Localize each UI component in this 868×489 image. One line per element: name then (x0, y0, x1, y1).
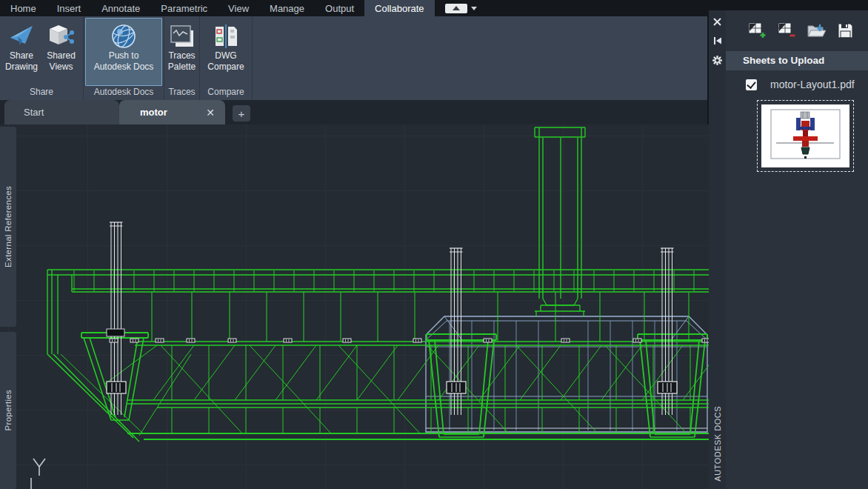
ribbon-group-label: Compare (200, 86, 252, 100)
tab-label: External References (4, 186, 13, 267)
traces-palette-button[interactable]: Traces Palette (166, 18, 198, 86)
ribbon-group-autodesk-docs: Push to Autodesk Docs Autodesk Docs (84, 16, 164, 100)
autocad-window: Home Insert Annotate Parametric View Man… (0, 0, 868, 489)
button-label: Traces Palette (168, 50, 196, 73)
ribbon-group-label: Traces (164, 86, 199, 100)
docs-panel-vertical-title: AUTODESK DOCS (713, 406, 722, 482)
properties-icon[interactable] (712, 55, 723, 65)
dwg-compare-button[interactable]: DWG Compare (203, 18, 249, 86)
tab-label: motor (140, 107, 167, 118)
paper-plane-icon (9, 22, 34, 50)
ribbon-tab-annotate[interactable]: Annotate (91, 0, 150, 16)
sheets-to-upload-header: Sheets to Upload (726, 51, 868, 70)
sheet-thumbnail[interactable] (757, 100, 854, 172)
close-icon[interactable]: ✕ (206, 107, 215, 119)
properties-palette-tab[interactable]: Properties (0, 332, 16, 489)
docs-panel-titlebar: AUTODESK DOCS (709, 10, 726, 489)
new-tab-button[interactable]: + (233, 105, 250, 122)
panel-toolbar (726, 10, 868, 50)
traces-palette-icon (170, 22, 195, 50)
button-label: Share Drawing (5, 50, 38, 73)
tab-label: Properties (4, 390, 13, 430)
button-label: Shared Views (47, 50, 76, 73)
button-label: Push to Autodesk Docs (94, 50, 154, 73)
file-tab-start[interactable]: Start (4, 100, 119, 124)
share-drawing-button[interactable]: Share Drawing (1, 18, 41, 86)
external-references-palette-tab[interactable]: External References (0, 127, 16, 327)
save-icon[interactable] (837, 22, 854, 42)
ribbon-group-traces: Traces Palette Traces (164, 16, 200, 100)
ribbon-tab-insert[interactable]: Insert (47, 0, 92, 16)
shared-views-button[interactable]: Shared Views (41, 18, 81, 86)
ribbon-minimize-button[interactable] (445, 4, 467, 13)
sheet-row: motor-Layout1.pdf (726, 70, 868, 90)
cube-share-icon (48, 22, 75, 50)
ribbon-tab-collaborate[interactable]: Collaborate (364, 0, 435, 16)
add-sheets-icon[interactable] (748, 22, 767, 42)
ribbon-tab-parametric[interactable]: Parametric (150, 0, 218, 16)
sheet-checkbox[interactable] (746, 79, 757, 90)
auto-hide-icon[interactable] (712, 36, 723, 46)
ribbon-group-label: Share (0, 86, 83, 100)
ribbon-group-label: Autodesk Docs (84, 86, 164, 100)
cad-wireframe-drawing (16, 124, 709, 489)
tab-label: Start (24, 107, 44, 118)
button-label: DWG Compare (207, 50, 244, 73)
autodesk-docs-panel: Sheets to Upload motor-Layout1.pdf (726, 10, 868, 489)
dwg-compare-icon (213, 22, 238, 50)
globe-icon (110, 22, 137, 50)
open-icon[interactable] (807, 22, 826, 42)
push-to-autodesk-docs-button[interactable]: Push to Autodesk Docs (85, 18, 162, 86)
ribbon-tab-manage[interactable]: Manage (259, 0, 315, 16)
sheet-thumbnail-page (761, 104, 849, 167)
left-palette-tabs: External References Properties (0, 124, 16, 489)
ribbon-tab-view[interactable]: View (218, 0, 259, 16)
up-triangle-icon (453, 6, 460, 10)
ribbon-group-share: Share Drawing (0, 16, 84, 100)
ribbon-tab-output[interactable]: Output (315, 0, 364, 16)
close-icon[interactable] (712, 16, 723, 27)
ribbon-minimize-dropdown[interactable] (471, 7, 477, 10)
ribbon-group-compare: DWG Compare Compare (200, 16, 253, 100)
drawing-canvas[interactable] (0, 124, 709, 489)
ribbon-tab-home[interactable]: Home (0, 0, 47, 16)
file-tab-motor[interactable]: motor ✕ (119, 100, 225, 124)
remove-sheets-icon[interactable] (778, 22, 796, 42)
file-tab-bar: Start motor ✕ + (0, 100, 707, 124)
ribbon: Share Drawing (0, 16, 707, 100)
sheet-name: motor-Layout1.pdf (770, 79, 855, 90)
